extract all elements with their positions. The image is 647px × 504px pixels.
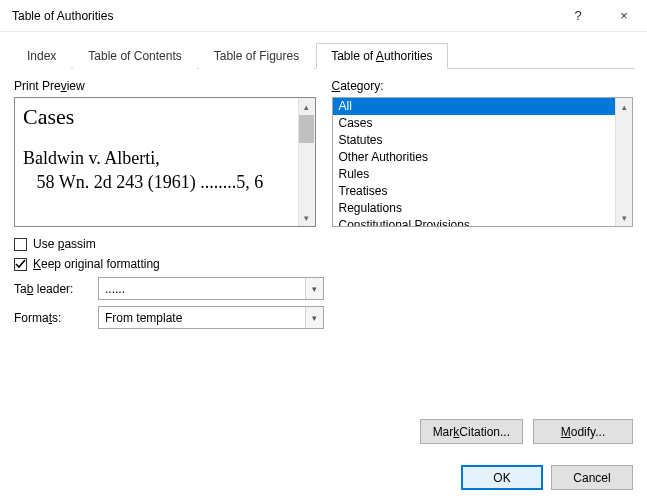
preview-line-2: 58 Wn. 2d 243 (1961) ........5, 6 [23, 170, 290, 194]
category-item-statutes[interactable]: Statutes [333, 132, 616, 149]
ok-button[interactable]: OK [461, 465, 543, 490]
category-item-all[interactable]: All [333, 98, 616, 115]
tab-leader-select[interactable]: ...... ▾ [98, 277, 324, 300]
tab-index[interactable]: Index [12, 43, 71, 69]
scroll-thumb[interactable] [299, 115, 314, 143]
scroll-down-icon[interactable]: ▾ [616, 209, 632, 226]
category-scrollbar[interactable]: ▴ ▾ [615, 98, 632, 226]
keep-formatting-label: Keep original formatting Keep original f… [33, 257, 160, 271]
modify-button[interactable]: Modify... Modify... [533, 419, 633, 444]
tab-leader-label: Tab leader: [14, 282, 88, 296]
scroll-down-icon[interactable]: ▾ [299, 209, 315, 226]
preview-scrollbar[interactable]: ▴ ▾ [298, 98, 315, 226]
preview-heading: Cases [23, 102, 290, 132]
print-preview-box: Cases Baldwin v. Alberti, 58 Wn. 2d 243 … [14, 97, 316, 227]
category-item-rules[interactable]: Rules [333, 166, 616, 183]
tab-table-of-authorities[interactable]: Table of Authorities Table of Authoritie… [316, 43, 447, 69]
category-item-other-authorities[interactable]: Other Authorities [333, 149, 616, 166]
cancel-button[interactable]: Cancel [551, 465, 633, 490]
category-item-regulations[interactable]: Regulations [333, 200, 616, 217]
close-button[interactable]: × [601, 0, 647, 32]
chevron-down-icon: ▾ [305, 307, 323, 328]
print-preview-content: Cases Baldwin v. Alberti, 58 Wn. 2d 243 … [15, 98, 298, 226]
category-item-treatises[interactable]: Treatises [333, 183, 616, 200]
mark-citation-button[interactable]: Mark Citation... Mark Citation... [420, 419, 523, 444]
titlebar: Table of Authorities ? × [0, 0, 647, 32]
window-title: Table of Authorities [12, 9, 555, 23]
print-preview-label: Print Preview Print Preview [14, 79, 316, 93]
tab-table-of-figures[interactable]: Table of Figures [199, 43, 314, 69]
category-label: Category: Category: [332, 79, 634, 93]
category-item-cases[interactable]: Cases [333, 115, 616, 132]
formats-label: Formats: [14, 311, 88, 325]
tab-leader-value: ...... [105, 282, 125, 296]
use-passim-label: Use passim Use passim [33, 237, 96, 251]
scroll-up-icon[interactable]: ▴ [299, 98, 315, 115]
formats-value: From template [105, 311, 182, 325]
help-button[interactable]: ? [555, 0, 601, 32]
preview-line-1: Baldwin v. Alberti, [23, 146, 290, 170]
category-listbox[interactable]: All Cases Statutes Other Authorities Rul… [332, 97, 634, 227]
tab-strip: Index Table of Contents Table of Figures… [12, 42, 635, 69]
chevron-down-icon: ▾ [305, 278, 323, 299]
category-item-constitutional[interactable]: Constitutional Provisions [333, 217, 616, 226]
tab-table-of-contents[interactable]: Table of Contents [73, 43, 196, 69]
formats-select[interactable]: From template ▾ [98, 306, 324, 329]
scroll-up-icon[interactable]: ▴ [616, 98, 632, 115]
keep-formatting-checkbox[interactable] [14, 258, 27, 271]
use-passim-checkbox[interactable] [14, 238, 27, 251]
